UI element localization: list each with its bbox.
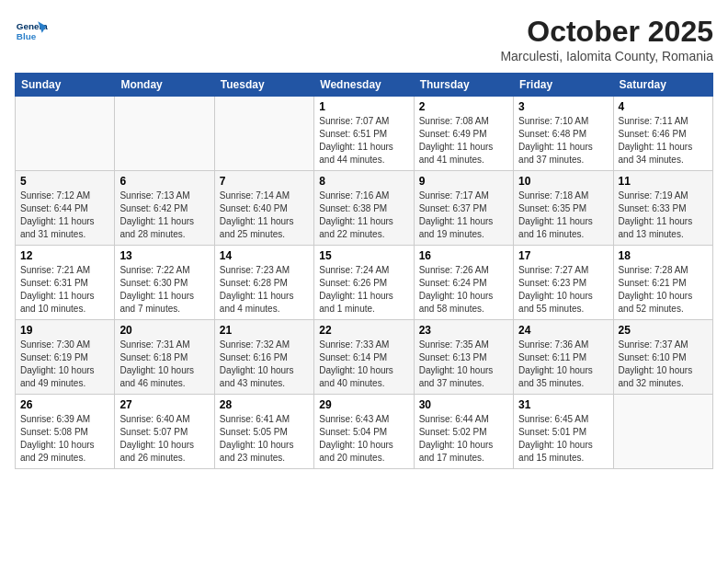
calendar-cell: 31Sunrise: 6:45 AM Sunset: 5:01 PM Dayli…	[514, 395, 613, 469]
calendar-cell	[115, 97, 214, 171]
weekday-header-row: SundayMondayTuesdayWednesdayThursdayFrid…	[16, 74, 713, 97]
day-number: 18	[619, 249, 708, 262]
day-number: 3	[518, 100, 608, 113]
calendar-cell: 6Sunrise: 7:13 AM Sunset: 6:42 PM Daylig…	[115, 171, 214, 246]
day-number: 6	[119, 175, 209, 188]
day-number: 16	[419, 249, 508, 262]
day-detail: Sunrise: 7:35 AM Sunset: 6:13 PM Dayligh…	[419, 339, 508, 390]
location-title: Marculesti, Ialomita County, Romania	[500, 49, 713, 63]
calendar-cell: 4Sunrise: 7:11 AM Sunset: 6:46 PM Daylig…	[613, 97, 712, 171]
weekday-header-thursday: Thursday	[414, 74, 513, 97]
calendar-cell: 17Sunrise: 7:27 AM Sunset: 6:23 PM Dayli…	[514, 246, 613, 320]
day-number: 28	[220, 398, 309, 411]
calendar-cell: 15Sunrise: 7:24 AM Sunset: 6:26 PM Dayli…	[314, 246, 414, 320]
weekday-header-tuesday: Tuesday	[214, 74, 313, 97]
day-number: 15	[319, 249, 408, 262]
day-number: 13	[119, 249, 209, 262]
calendar-week-row: 19Sunrise: 7:30 AM Sunset: 6:19 PM Dayli…	[16, 320, 713, 395]
calendar-cell: 13Sunrise: 7:22 AM Sunset: 6:30 PM Dayli…	[115, 246, 214, 320]
weekday-header-sunday: Sunday	[16, 74, 115, 97]
day-detail: Sunrise: 7:28 AM Sunset: 6:21 PM Dayligh…	[619, 264, 708, 316]
calendar-cell	[613, 395, 712, 469]
day-detail: Sunrise: 7:08 AM Sunset: 6:49 PM Dayligh…	[419, 115, 508, 167]
weekday-header-monday: Monday	[115, 74, 214, 97]
day-number: 5	[20, 175, 109, 188]
weekday-header-wednesday: Wednesday	[314, 74, 414, 97]
day-detail: Sunrise: 7:14 AM Sunset: 6:40 PM Dayligh…	[220, 190, 309, 241]
day-number: 14	[220, 249, 309, 262]
day-detail: Sunrise: 7:24 AM Sunset: 6:26 PM Dayligh…	[319, 264, 408, 316]
weekday-header-friday: Friday	[514, 74, 613, 97]
calendar-cell: 25Sunrise: 7:37 AM Sunset: 6:10 PM Dayli…	[613, 320, 712, 395]
day-detail: Sunrise: 7:17 AM Sunset: 6:37 PM Dayligh…	[419, 190, 508, 241]
day-number: 12	[20, 249, 109, 262]
day-detail: Sunrise: 7:07 AM Sunset: 6:51 PM Dayligh…	[319, 115, 408, 167]
calendar-cell: 22Sunrise: 7:33 AM Sunset: 6:14 PM Dayli…	[314, 320, 414, 395]
day-detail: Sunrise: 7:16 AM Sunset: 6:38 PM Dayligh…	[319, 190, 408, 241]
day-detail: Sunrise: 6:39 AM Sunset: 5:08 PM Dayligh…	[20, 413, 109, 465]
day-number: 25	[619, 324, 708, 337]
day-number: 29	[319, 398, 408, 411]
calendar-cell: 23Sunrise: 7:35 AM Sunset: 6:13 PM Dayli…	[414, 320, 513, 395]
day-number: 10	[518, 175, 608, 188]
day-detail: Sunrise: 7:21 AM Sunset: 6:31 PM Dayligh…	[20, 264, 109, 316]
day-number: 27	[119, 398, 209, 411]
calendar-cell: 10Sunrise: 7:18 AM Sunset: 6:35 PM Dayli…	[514, 171, 613, 246]
calendar-cell	[214, 97, 313, 171]
calendar-cell: 14Sunrise: 7:23 AM Sunset: 6:28 PM Dayli…	[214, 246, 313, 320]
calendar-cell: 3Sunrise: 7:10 AM Sunset: 6:48 PM Daylig…	[514, 97, 613, 171]
calendar-cell: 30Sunrise: 6:44 AM Sunset: 5:02 PM Dayli…	[414, 395, 513, 469]
weekday-header-saturday: Saturday	[613, 74, 712, 97]
page-header: General Blue October 2025 Marculesti, Ia…	[15, 15, 713, 63]
calendar-cell: 24Sunrise: 7:36 AM Sunset: 6:11 PM Dayli…	[514, 320, 613, 395]
day-number: 22	[319, 324, 408, 337]
title-area: October 2025 Marculesti, Ialomita County…	[500, 15, 713, 63]
day-detail: Sunrise: 6:40 AM Sunset: 5:07 PM Dayligh…	[119, 413, 209, 465]
calendar-week-row: 12Sunrise: 7:21 AM Sunset: 6:31 PM Dayli…	[16, 246, 713, 320]
calendar-cell: 18Sunrise: 7:28 AM Sunset: 6:21 PM Dayli…	[613, 246, 712, 320]
day-number: 31	[518, 398, 608, 411]
day-number: 7	[220, 175, 309, 188]
day-detail: Sunrise: 7:19 AM Sunset: 6:33 PM Dayligh…	[619, 190, 708, 241]
calendar-week-row: 1Sunrise: 7:07 AM Sunset: 6:51 PM Daylig…	[16, 97, 713, 171]
day-number: 30	[419, 398, 508, 411]
day-number: 21	[220, 324, 309, 337]
calendar-week-row: 26Sunrise: 6:39 AM Sunset: 5:08 PM Dayli…	[16, 395, 713, 469]
day-detail: Sunrise: 7:18 AM Sunset: 6:35 PM Dayligh…	[518, 190, 608, 241]
svg-text:Blue: Blue	[17, 31, 37, 41]
calendar-cell: 29Sunrise: 6:43 AM Sunset: 5:04 PM Dayli…	[314, 395, 414, 469]
calendar-cell: 11Sunrise: 7:19 AM Sunset: 6:33 PM Dayli…	[613, 171, 712, 246]
day-number: 17	[518, 249, 608, 262]
day-number: 1	[319, 100, 408, 113]
day-detail: Sunrise: 7:13 AM Sunset: 6:42 PM Dayligh…	[119, 190, 209, 241]
day-number: 4	[619, 100, 708, 113]
calendar-cell	[16, 97, 115, 171]
day-detail: Sunrise: 6:45 AM Sunset: 5:01 PM Dayligh…	[518, 413, 608, 465]
day-detail: Sunrise: 7:26 AM Sunset: 6:24 PM Dayligh…	[419, 264, 508, 316]
day-detail: Sunrise: 6:44 AM Sunset: 5:02 PM Dayligh…	[419, 413, 508, 465]
calendar-cell: 19Sunrise: 7:30 AM Sunset: 6:19 PM Dayli…	[16, 320, 115, 395]
calendar-cell: 16Sunrise: 7:26 AM Sunset: 6:24 PM Dayli…	[414, 246, 513, 320]
day-number: 8	[319, 175, 408, 188]
calendar-cell: 5Sunrise: 7:12 AM Sunset: 6:44 PM Daylig…	[16, 171, 115, 246]
logo-icon: General Blue	[15, 15, 48, 48]
day-number: 9	[419, 175, 508, 188]
day-detail: Sunrise: 7:33 AM Sunset: 6:14 PM Dayligh…	[319, 339, 408, 390]
day-detail: Sunrise: 7:11 AM Sunset: 6:46 PM Dayligh…	[619, 115, 708, 167]
month-title: October 2025	[500, 15, 713, 49]
day-detail: Sunrise: 7:27 AM Sunset: 6:23 PM Dayligh…	[518, 264, 608, 316]
day-detail: Sunrise: 7:36 AM Sunset: 6:11 PM Dayligh…	[518, 339, 608, 390]
day-number: 24	[518, 324, 608, 337]
day-number: 2	[419, 100, 508, 113]
calendar-cell: 1Sunrise: 7:07 AM Sunset: 6:51 PM Daylig…	[314, 97, 414, 171]
day-number: 11	[619, 175, 708, 188]
calendar-cell: 9Sunrise: 7:17 AM Sunset: 6:37 PM Daylig…	[414, 171, 513, 246]
calendar-cell: 28Sunrise: 6:41 AM Sunset: 5:05 PM Dayli…	[214, 395, 313, 469]
calendar-cell: 27Sunrise: 6:40 AM Sunset: 5:07 PM Dayli…	[115, 395, 214, 469]
day-detail: Sunrise: 7:22 AM Sunset: 6:30 PM Dayligh…	[119, 264, 209, 316]
day-number: 26	[20, 398, 109, 411]
day-number: 19	[20, 324, 109, 337]
day-detail: Sunrise: 7:12 AM Sunset: 6:44 PM Dayligh…	[20, 190, 109, 241]
calendar-cell: 20Sunrise: 7:31 AM Sunset: 6:18 PM Dayli…	[115, 320, 214, 395]
calendar-cell: 2Sunrise: 7:08 AM Sunset: 6:49 PM Daylig…	[414, 97, 513, 171]
